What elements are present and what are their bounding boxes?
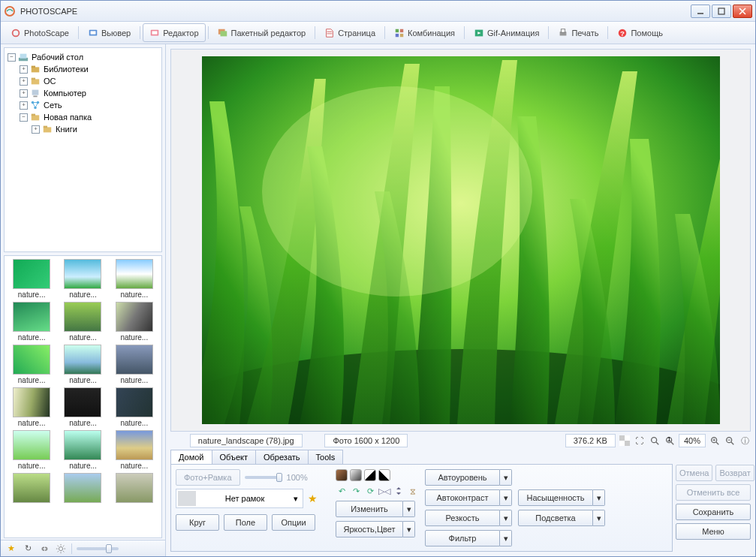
tree-item[interactable]: +Библиотеки — [6, 63, 160, 75]
frame-slider[interactable] — [245, 476, 282, 479]
tree-item[interactable]: +Сеть — [6, 99, 160, 111]
options-button[interactable]: Опции — [272, 514, 315, 531]
tab-viewer[interactable]: Вьювер — [81, 23, 137, 42]
tree-item[interactable]: +Компьютер — [6, 87, 160, 99]
thumbnail[interactable]: nature... — [110, 302, 158, 342]
minimize-button[interactable] — [691, 5, 710, 18]
thumb-size-slider[interactable] — [77, 547, 119, 550]
bw-icon[interactable] — [364, 469, 376, 481]
thumbnail[interactable] — [59, 473, 107, 503]
undo-all-button[interactable]: Отменить все — [676, 484, 751, 501]
tree-item[interactable]: +Книги — [6, 123, 160, 135]
zoom-icon[interactable] — [649, 435, 661, 447]
invert-icon[interactable] — [378, 469, 390, 481]
filter-button[interactable]: Фильтр — [425, 530, 500, 546]
tab-tools[interactable]: Tools — [308, 450, 344, 464]
autocontrast-button[interactable]: Автоконтраст — [425, 489, 500, 506]
resize-dropdown[interactable]: ▾ — [403, 501, 415, 517]
backlight-button[interactable]: Подсветка — [518, 510, 593, 526]
thumbnail[interactable]: nature... — [110, 345, 158, 384]
thumbnail[interactable] — [110, 473, 158, 503]
maximize-button[interactable] — [712, 5, 731, 18]
expand-icon[interactable]: + — [20, 101, 28, 110]
zoom-out-icon[interactable] — [724, 435, 736, 447]
tab-crop[interactable]: Обрезать — [255, 450, 309, 464]
thumbnail[interactable]: nature... — [8, 302, 56, 342]
sharpen-dropdown[interactable]: ▾ — [500, 510, 512, 526]
thumbnail[interactable]: nature... — [8, 259, 56, 299]
thumbnail[interactable]: nature... — [59, 259, 107, 299]
sharpen-button[interactable]: Резкость — [425, 510, 500, 526]
tab-page[interactable]: Страница — [318, 23, 382, 42]
autolevel-button[interactable]: Автоуровень — [425, 469, 500, 486]
thumbnail[interactable]: nature... — [59, 302, 107, 342]
expand-icon[interactable]: + — [20, 89, 28, 98]
menu-button[interactable]: Меню — [676, 523, 751, 540]
thumbnail[interactable]: nature... — [59, 430, 107, 470]
thumbnail[interactable]: nature... — [110, 430, 158, 470]
rotate-left-icon[interactable]: ↶ — [336, 485, 348, 497]
autolevel-dropdown[interactable]: ▾ — [500, 469, 512, 486]
transparency-icon[interactable] — [619, 435, 631, 447]
saturation-button[interactable]: Насыщенность — [518, 489, 593, 506]
expand-icon[interactable]: + — [32, 125, 40, 134]
canvas-area[interactable] — [170, 49, 751, 432]
expand-icon[interactable]: − — [8, 53, 16, 62]
expand-icon[interactable]: + — [20, 77, 28, 86]
flip-h-icon[interactable]: ▷◁ — [378, 485, 390, 497]
zoom-actual-icon[interactable]: 1 — [664, 435, 676, 447]
field-button[interactable]: Поле — [224, 514, 267, 531]
tree-item[interactable]: −Новая папка — [6, 111, 160, 123]
thumbnail[interactable]: nature... — [59, 387, 107, 427]
tab-print[interactable]: Печать — [551, 23, 605, 42]
tab-help[interactable]: ?Помощь — [610, 23, 670, 42]
redo-button[interactable]: Возврат — [715, 465, 754, 481]
star-icon[interactable]: ★ — [5, 543, 17, 555]
refresh-icon[interactable]: ↻ — [22, 543, 34, 555]
tab-batch[interactable]: Пакетный редактор — [211, 23, 313, 42]
frame-select[interactable]: Нет рамок ▾ — [176, 489, 303, 508]
tab-combine[interactable]: Комбинация — [387, 23, 462, 42]
close-button[interactable] — [733, 5, 752, 18]
tab-gif[interactable]: Gif-Анимация — [467, 23, 546, 42]
filter-dropdown[interactable]: ▾ — [500, 530, 512, 546]
thumbnail[interactable]: nature... — [110, 259, 158, 299]
flip-v-icon[interactable] — [393, 485, 405, 497]
grayscale-icon[interactable] — [350, 469, 362, 481]
saturation-dropdown[interactable]: ▾ — [593, 489, 605, 506]
tab-editor[interactable]: Редактор — [143, 23, 205, 42]
link-icon[interactable] — [38, 543, 50, 555]
brightness-color-button[interactable]: Яркость,Цвет — [336, 521, 403, 537]
sepia-icon[interactable] — [336, 469, 348, 481]
thumbnail[interactable]: nature... — [8, 387, 56, 427]
expand-icon[interactable]: − — [20, 113, 28, 122]
thumbnail[interactable]: nature... — [8, 430, 56, 470]
expand-icon[interactable]: + — [20, 65, 28, 74]
photo-frame-button[interactable]: Фото+Рамка — [176, 469, 240, 486]
brightness-dropdown[interactable]: ▾ — [403, 521, 415, 537]
autocontrast-dropdown[interactable]: ▾ — [500, 489, 512, 506]
thumbnail[interactable]: nature... — [110, 387, 158, 427]
star-icon[interactable]: ★ — [308, 492, 318, 504]
rotate-icon[interactable]: ⟳ — [364, 485, 376, 497]
tree-item[interactable]: +ОС — [6, 75, 160, 87]
backlight-dropdown[interactable]: ▾ — [593, 510, 605, 526]
hourglass-icon[interactable]: ⧖ — [407, 485, 419, 497]
info-icon[interactable]: ⓘ — [739, 435, 751, 447]
resize-button[interactable]: Изменить — [336, 501, 403, 517]
folder-tree[interactable]: −Рабочий стол +Библиотеки +ОС +Компьютер… — [4, 47, 162, 252]
thumbnail[interactable]: nature... — [8, 345, 56, 384]
circle-button[interactable]: Круг — [176, 514, 219, 531]
zoom-in-icon[interactable] — [709, 435, 721, 447]
undo-button[interactable]: Отмена — [676, 465, 712, 481]
thumbnail[interactable]: nature... — [59, 345, 107, 384]
tree-item[interactable]: −Рабочий стол — [6, 51, 160, 63]
thumbnail[interactable] — [8, 473, 56, 503]
save-button[interactable]: Сохранить — [676, 504, 751, 520]
thumbnail-grid[interactable]: nature... nature... nature... nature... … — [4, 255, 162, 538]
tab-object[interactable]: Объект — [212, 450, 256, 464]
rotate-right-icon[interactable]: ↷ — [350, 485, 362, 497]
fit-icon[interactable]: ⛶ — [634, 435, 646, 447]
tab-photoscape[interactable]: PhotoScape — [4, 23, 76, 42]
tab-home[interactable]: Домой — [170, 450, 212, 464]
